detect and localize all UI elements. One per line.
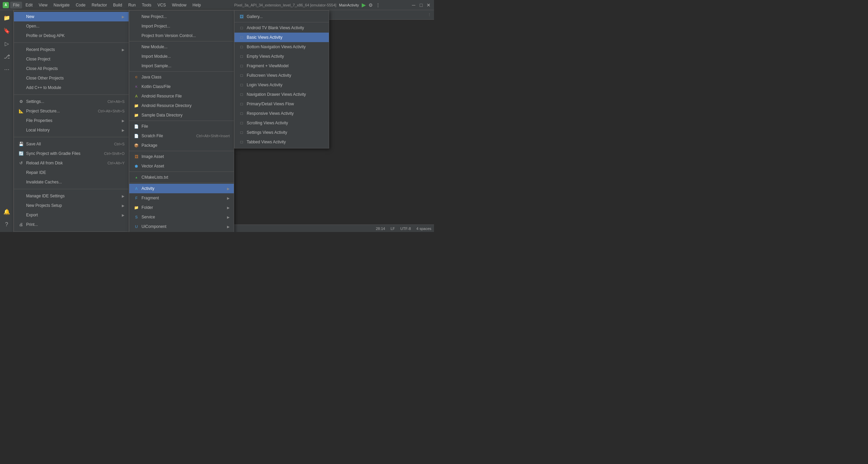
act-sep-1 bbox=[234, 22, 329, 22]
project-from-vcs[interactable]: Project from Version Control... bbox=[129, 31, 234, 40]
activity-nav-drawer[interactable]: □ Navigation Drawer Views Activity bbox=[234, 90, 329, 99]
app-icon: A bbox=[3, 2, 9, 8]
maximize-button[interactable]: □ bbox=[418, 2, 424, 8]
invalidate-icon bbox=[18, 179, 24, 185]
cmake-lists[interactable]: ▲ CMakeLists.txt bbox=[129, 173, 234, 182]
new-project[interactable]: New Project... bbox=[129, 12, 234, 21]
tabbed-views-icon: □ bbox=[239, 139, 245, 145]
import-sample[interactable]: Import Sample... bbox=[129, 61, 234, 71]
window-menu-item[interactable]: Window bbox=[169, 2, 189, 8]
file-properties-icon bbox=[18, 118, 24, 124]
new-package[interactable]: 📦 Package bbox=[129, 141, 234, 150]
activity-scrolling[interactable]: □ Scrolling Views Activity bbox=[234, 118, 329, 128]
file-menu-sync-gradle[interactable]: 🔄 Sync Project with Gradle Files Ctrl+Sh… bbox=[14, 149, 129, 158]
file-menu-repair-ide[interactable]: Repair IDE bbox=[14, 168, 129, 177]
file-menu-reload-disk[interactable]: ↺ Reload All from Disk Ctrl+Alt+Y bbox=[14, 158, 129, 168]
file-menu-recent-projects[interactable]: Recent Projects ▶ bbox=[14, 45, 129, 54]
android-resource-file[interactable]: A Android Resource File bbox=[129, 91, 234, 101]
activity-bottom-nav[interactable]: □ Bottom Navigation Views Activity bbox=[234, 42, 329, 52]
activity-basic-views[interactable]: □ Basic Views Activity bbox=[234, 33, 329, 42]
folder-menu[interactable]: 📁 Folder ▶ bbox=[129, 203, 234, 212]
project-structure-icon: 📐 bbox=[18, 108, 24, 114]
build-menu-item[interactable]: Build bbox=[110, 2, 125, 8]
run-icon[interactable]: ▶ bbox=[362, 2, 366, 8]
activity-settings-views[interactable]: □ Settings Views Activity bbox=[234, 128, 329, 137]
service-menu[interactable]: S Service ▶ bbox=[129, 212, 234, 222]
new-file[interactable]: 📄 File bbox=[129, 122, 234, 131]
activity-gallery[interactable]: 🖼 Gallery... bbox=[234, 12, 329, 21]
sidebar-icon-run[interactable]: ▷ bbox=[1, 37, 13, 50]
vcs-menu-item[interactable]: VCS bbox=[155, 2, 169, 8]
cmake-icon: ▲ bbox=[133, 174, 139, 180]
minimize-button[interactable]: ─ bbox=[411, 2, 416, 8]
import-module[interactable]: Import Module... bbox=[129, 52, 234, 61]
file-menu-new-projects-setup[interactable]: New Projects Setup ▶ bbox=[14, 201, 129, 210]
activity-login-views[interactable]: □ Login Views Activity bbox=[234, 80, 329, 90]
java-class[interactable]: C Java Class bbox=[129, 72, 234, 82]
file-menu-local-history[interactable]: Local History ▶ bbox=[14, 125, 129, 135]
file-menu-close-all[interactable]: Close All Projects bbox=[14, 64, 129, 73]
activity-fullscreen[interactable]: □ Fullscreen Views Activity bbox=[234, 71, 329, 80]
import-project[interactable]: Import Project... bbox=[129, 21, 234, 31]
file-menu-item[interactable]: File bbox=[10, 2, 22, 8]
vector-asset[interactable]: ⬟ Vector Asset bbox=[129, 161, 234, 171]
view-menu-item[interactable]: View bbox=[36, 2, 50, 8]
sample-data-dir[interactable]: 📁 Sample Data Directory bbox=[129, 110, 234, 120]
new-icon bbox=[18, 14, 24, 20]
close-button[interactable]: ✕ bbox=[426, 2, 431, 8]
file-menu-export[interactable]: Export ▶ bbox=[14, 210, 129, 220]
sidebar-icons: 📁 🔖 ▷ ⎇ ⋯ 🔔 ? bbox=[0, 10, 14, 232]
file-menu-new[interactable]: New ▶ bbox=[14, 12, 129, 21]
file-menu-file-properties[interactable]: File Properties ▶ bbox=[14, 116, 129, 125]
activity-tabbed-views[interactable]: □ Tabbed Views Activity bbox=[234, 137, 329, 147]
fragment-menu[interactable]: F Fragment ▶ bbox=[129, 193, 234, 203]
file-menu-open[interactable]: Open... bbox=[14, 21, 129, 31]
sidebar-icon-bookmark[interactable]: 🔖 bbox=[1, 24, 13, 37]
kotlin-class[interactable]: K Kotlin Class/File bbox=[129, 82, 234, 91]
fullscreen-icon: □ bbox=[239, 72, 245, 78]
login-views-icon: □ bbox=[239, 82, 245, 88]
file-menu-invalidate-caches[interactable]: Invalidate Caches... bbox=[14, 177, 129, 187]
run-menu-item[interactable]: Run bbox=[126, 2, 138, 8]
activity-menu[interactable]: A Activity ▶ bbox=[129, 184, 234, 193]
close-other-icon bbox=[18, 75, 24, 81]
indent: 4 spaces bbox=[416, 227, 431, 231]
android-resource-dir[interactable]: 📁 Android Resource Directory bbox=[129, 101, 234, 110]
bottom-nav-icon: □ bbox=[239, 44, 245, 50]
new-sep-6 bbox=[129, 183, 234, 183]
activity-responsive[interactable]: □ Responsive Views Activity bbox=[234, 109, 329, 118]
code-menu-item[interactable]: Code bbox=[73, 2, 88, 8]
debug-icon[interactable]: ⚙ bbox=[369, 2, 373, 8]
file-menu-print[interactable]: 🖨 Print... bbox=[14, 220, 129, 229]
file-menu-add-cpp[interactable]: Add C++ to Module bbox=[14, 83, 129, 92]
file-menu-settings[interactable]: ⚙ Settings... Ctrl+Alt+S bbox=[14, 97, 129, 106]
activity-primary-detail[interactable]: □ Primary/Detail Views Flow bbox=[234, 99, 329, 109]
ui-component-menu[interactable]: U UiComponent ▶ bbox=[129, 222, 234, 231]
image-asset-icon: 🖼 bbox=[133, 154, 139, 160]
help-menu-item[interactable]: Help bbox=[190, 2, 204, 8]
activity-fragment-viewmodel[interactable]: □ Fragment + ViewModel bbox=[234, 61, 329, 71]
file-menu-project-structure[interactable]: 📐 Project Structure... Ctrl+Alt+Shift+S bbox=[14, 106, 129, 116]
java-icon: C bbox=[133, 74, 139, 80]
sidebar-icon-notifications[interactable]: 🔔 bbox=[1, 206, 13, 218]
tools-menu-item[interactable]: Tools bbox=[139, 2, 154, 8]
image-asset[interactable]: 🖼 Image Asset bbox=[129, 152, 234, 161]
navigate-menu-item[interactable]: Navigate bbox=[51, 2, 72, 8]
more-icon[interactable]: ⋮ bbox=[376, 2, 380, 8]
file-menu-save-all[interactable]: 💾 Save All Ctrl+S bbox=[14, 139, 129, 149]
refactor-menu-item[interactable]: Refactor bbox=[89, 2, 110, 8]
file-menu-profile[interactable]: Profile or Debug APK bbox=[14, 31, 129, 40]
new-module[interactable]: New Module... bbox=[129, 42, 234, 52]
file-menu-manage-ide[interactable]: Manage IDE Settings ▶ bbox=[14, 191, 129, 201]
file-menu-close-other[interactable]: Close Other Projects bbox=[14, 73, 129, 83]
edit-menu-item[interactable]: Edit bbox=[23, 2, 35, 8]
activity-android-tv-blank[interactable]: □ Android TV Blank Views Activity bbox=[234, 23, 329, 33]
sidebar-icon-git[interactable]: ⎇ bbox=[1, 50, 13, 63]
file-menu-close-project[interactable]: Close Project bbox=[14, 54, 129, 64]
sidebar-icon-help[interactable]: ? bbox=[1, 218, 13, 231]
scratch-file[interactable]: 📄 Scratch File Ctrl+Alt+Shift+Insert bbox=[129, 131, 234, 141]
activity-empty-views[interactable]: □ Empty Views Activity bbox=[234, 52, 329, 61]
sidebar-icon-more[interactable]: ⋯ bbox=[1, 63, 13, 75]
automotive-menu[interactable]: 🚗 Automotive ▶ bbox=[129, 231, 234, 232]
sidebar-icon-project[interactable]: 📁 bbox=[1, 12, 13, 24]
